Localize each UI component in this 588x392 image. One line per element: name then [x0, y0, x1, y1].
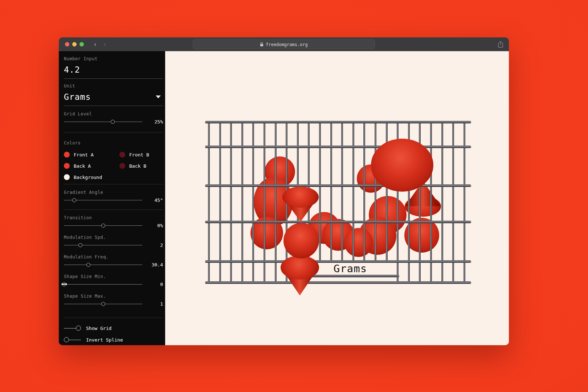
slider-group: Transition0%: [64, 215, 163, 229]
section-divider: [64, 318, 163, 318]
red-sphere: [371, 139, 433, 192]
slider-label: Transition: [64, 215, 163, 221]
red-sphere: [283, 223, 319, 258]
forward-button[interactable]: ›: [103, 41, 106, 48]
color-swatch-label: Back A: [74, 163, 91, 169]
back-button[interactable]: ‹: [93, 41, 97, 48]
field-underline: [64, 106, 163, 106]
share-icon[interactable]: [498, 41, 503, 48]
slider-thumb[interactable]: [101, 302, 105, 306]
zoom-window-button[interactable]: [79, 42, 84, 46]
slider-track[interactable]: [64, 200, 142, 200]
slider-group: Modulation Freq.30.4: [64, 254, 163, 269]
unit-value: Grams: [64, 92, 91, 102]
unit-label: Unit: [64, 83, 163, 89]
toggle-thumb[interactable]: [76, 326, 81, 331]
slider-track[interactable]: [64, 265, 142, 265]
toggle-invert-spline[interactable]: [64, 337, 81, 342]
controls-sidebar: Number Input 4.2 Unit Grams Grid Level25…: [59, 51, 165, 345]
slider-value: 2: [147, 242, 163, 248]
colors-label: Colors: [64, 140, 163, 146]
slider-track[interactable]: [64, 225, 142, 226]
color-swatch[interactable]: [119, 152, 125, 158]
chevron-down-icon: [156, 95, 161, 98]
toggle-show-grid[interactable]: [64, 326, 81, 331]
slider-value: 45°: [147, 197, 163, 203]
browser-window: ‹ › freedomgrams.org Number Input 4.2 Un…: [59, 37, 509, 345]
color-swatch-label: Background: [74, 175, 102, 180]
grid-rail: [205, 221, 471, 223]
slider-track[interactable]: [64, 245, 142, 245]
toggle-thumb[interactable]: [64, 337, 69, 342]
toggle-row: Show Grid: [64, 322, 163, 334]
color-swatch[interactable]: [64, 152, 70, 158]
slider-value: 0: [147, 282, 163, 287]
slider-value: 1: [147, 301, 163, 307]
colors-grid: Front AFront BBack ABack BBackground: [64, 152, 163, 180]
address-bar[interactable]: freedomgrams.org: [193, 40, 375, 49]
slider-label: Modulation Spd.: [64, 234, 163, 240]
section-divider: [64, 184, 163, 184]
slider-track[interactable]: [64, 284, 142, 285]
section-divider: [64, 132, 163, 132]
slider-group: Grid Level25%: [64, 111, 163, 126]
close-window-button[interactable]: [65, 42, 69, 46]
color-swatch[interactable]: [64, 174, 70, 180]
resize-cursor-icon: [61, 282, 68, 287]
slider-label: Shape Size Min.: [64, 274, 163, 279]
sphere-surface: [283, 223, 319, 258]
color-swatch[interactable]: [119, 163, 125, 169]
color-option-front-b[interactable]: Front B: [119, 152, 163, 158]
cone-cap: [282, 187, 319, 208]
number-input-field[interactable]: 4.2: [64, 65, 163, 74]
field-underline: [64, 78, 163, 79]
color-swatch[interactable]: [64, 163, 70, 169]
slider-track[interactable]: [64, 304, 142, 304]
slider-group: Shape Size Min.0: [64, 274, 163, 288]
slider-group: Shape Size Max.1: [64, 293, 163, 308]
toggles-group: Show GridInvert SplineInvert AnimationMo…: [64, 322, 163, 345]
grid-rail: [205, 121, 471, 123]
color-swatch-label: Front B: [129, 152, 149, 158]
section-divider: [64, 209, 163, 210]
render-canvas: Grams: [165, 51, 509, 345]
minimize-window-button[interactable]: [72, 42, 77, 46]
slider-thumb[interactable]: [101, 224, 105, 228]
slider-thumb[interactable]: [111, 120, 115, 124]
red-cone-down: [282, 187, 319, 222]
lock-icon: [260, 42, 264, 46]
toggle-label: Show Grid: [86, 326, 111, 331]
red-cone-down: [281, 256, 319, 295]
toggle-label: Invert Spline: [86, 337, 123, 343]
color-swatch-label: Front A: [74, 152, 94, 158]
grid-level-slider-slot: Grid Level25%: [64, 111, 163, 126]
color-option-front-a[interactable]: Front A: [64, 152, 119, 158]
canvas-unit-caption: Grams: [334, 262, 367, 275]
slider-label: Grid Level: [64, 111, 163, 117]
red-sphere: [344, 228, 373, 257]
color-option-back-a[interactable]: Back A: [64, 163, 119, 169]
slider-label: Gradient Angle: [64, 189, 163, 195]
color-option-background[interactable]: Background: [64, 174, 119, 180]
transition-sliders-slot: Transition0%Modulation Spd.2Modulation F…: [64, 215, 163, 308]
sphere-surface: [371, 139, 433, 192]
cone-cap: [281, 256, 319, 279]
traffic-lights: [65, 42, 84, 46]
url-text: freedomgrams.org: [266, 42, 308, 47]
slider-thumb[interactable]: [72, 198, 76, 202]
unit-select[interactable]: Grams: [64, 92, 163, 102]
slider-group: Gradient Angle45°: [64, 189, 163, 204]
browser-titlebar: ‹ › freedomgrams.org: [59, 37, 509, 51]
slider-label: Modulation Freq.: [64, 254, 163, 260]
slider-thumb[interactable]: [78, 243, 82, 247]
grid-rail: [205, 281, 471, 284]
color-option-back-b[interactable]: Back B: [119, 163, 163, 169]
gradient-angle-slider-slot: Gradient Angle45°: [64, 189, 163, 204]
slider-value: 30.4: [147, 262, 163, 268]
sphere-surface: [344, 228, 373, 257]
slider-thumb[interactable]: [86, 263, 90, 267]
color-swatch-label: Back B: [129, 163, 146, 169]
slider-value: 25%: [147, 119, 163, 124]
slider-label: Shape Size Max.: [64, 293, 163, 299]
slider-track[interactable]: [64, 122, 142, 122]
